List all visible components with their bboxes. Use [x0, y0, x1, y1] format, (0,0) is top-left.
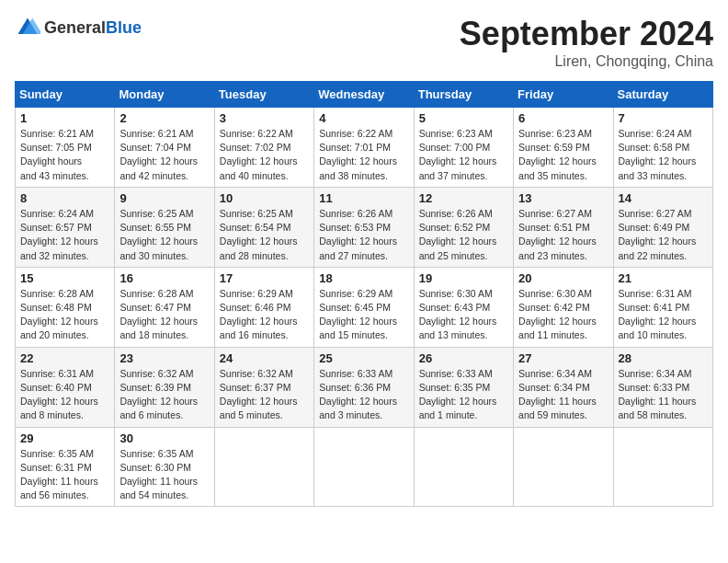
calendar-day-cell: 24Sunrise: 6:32 AMSunset: 6:37 PMDayligh…	[214, 347, 313, 427]
calendar-day-cell: 10Sunrise: 6:25 AMSunset: 6:54 PMDayligh…	[214, 187, 313, 267]
calendar-day-cell: 4Sunrise: 6:22 AMSunset: 7:01 PMDaylight…	[314, 108, 414, 188]
calendar-day-cell: 25Sunrise: 6:33 AMSunset: 6:36 PMDayligh…	[314, 347, 414, 427]
day-number: 14	[619, 191, 708, 205]
day-info: Sunrise: 6:28 AMSunset: 6:48 PMDaylight:…	[20, 287, 109, 343]
day-info: Sunrise: 6:29 AMSunset: 6:45 PMDaylight:…	[319, 287, 408, 343]
calendar-day-cell: 20Sunrise: 6:30 AMSunset: 6:42 PMDayligh…	[514, 267, 613, 347]
day-of-week-header: Monday	[115, 82, 214, 108]
calendar-day-cell: 2Sunrise: 6:21 AMSunset: 7:04 PMDaylight…	[115, 108, 214, 188]
day-info: Sunrise: 6:23 AMSunset: 7:00 PMDaylight:…	[419, 127, 508, 183]
calendar-day-cell: 12Sunrise: 6:26 AMSunset: 6:52 PMDayligh…	[414, 187, 513, 267]
day-number: 22	[20, 351, 109, 365]
calendar-day-cell: 22Sunrise: 6:31 AMSunset: 6:40 PMDayligh…	[16, 347, 115, 427]
calendar-day-cell: 17Sunrise: 6:29 AMSunset: 6:46 PMDayligh…	[214, 267, 313, 347]
calendar-day-cell: 7Sunrise: 6:24 AMSunset: 6:58 PMDaylight…	[613, 108, 712, 188]
day-info: Sunrise: 6:35 AMSunset: 6:30 PMDaylight:…	[119, 447, 209, 503]
day-info: Sunrise: 6:21 AMSunset: 7:05 PMDaylight …	[20, 127, 109, 183]
day-info: Sunrise: 6:21 AMSunset: 7:04 PMDaylight:…	[119, 127, 209, 183]
calendar-day-cell: 14Sunrise: 6:27 AMSunset: 6:49 PMDayligh…	[613, 187, 712, 267]
calendar-week-row: 8Sunrise: 6:24 AMSunset: 6:57 PMDaylight…	[16, 187, 713, 267]
day-info: Sunrise: 6:34 AMSunset: 6:34 PMDaylight:…	[518, 367, 608, 423]
day-info: Sunrise: 6:32 AMSunset: 6:37 PMDaylight:…	[220, 367, 309, 423]
day-info: Sunrise: 6:27 AMSunset: 6:51 PMDaylight:…	[518, 207, 608, 263]
day-info: Sunrise: 6:32 AMSunset: 6:39 PMDaylight:…	[119, 367, 209, 423]
calendar-day-cell: 9Sunrise: 6:25 AMSunset: 6:55 PMDaylight…	[115, 187, 214, 267]
calendar-day-cell: 21Sunrise: 6:31 AMSunset: 6:41 PMDayligh…	[613, 267, 712, 347]
day-number: 19	[419, 271, 508, 285]
calendar-day-cell: 1Sunrise: 6:21 AMSunset: 7:05 PMDaylight…	[16, 108, 115, 188]
day-info: Sunrise: 6:35 AMSunset: 6:31 PMDaylight:…	[20, 447, 109, 503]
calendar-day-cell: 3Sunrise: 6:22 AMSunset: 7:02 PMDaylight…	[214, 108, 313, 188]
day-number: 20	[518, 271, 608, 285]
calendar-header-row: SundayMondayTuesdayWednesdayThursdayFrid…	[16, 82, 713, 108]
calendar-day-cell: 16Sunrise: 6:28 AMSunset: 6:47 PMDayligh…	[115, 267, 214, 347]
location-title: Liren, Chongqing, China	[460, 53, 713, 70]
calendar-table: SundayMondayTuesdayWednesdayThursdayFrid…	[15, 81, 713, 507]
calendar-week-row: 22Sunrise: 6:31 AMSunset: 6:40 PMDayligh…	[16, 347, 713, 427]
day-info: Sunrise: 6:22 AMSunset: 7:01 PMDaylight:…	[319, 127, 408, 183]
day-number: 29	[20, 431, 109, 445]
day-info: Sunrise: 6:22 AMSunset: 7:02 PMDaylight:…	[220, 127, 309, 183]
calendar-day-cell	[414, 427, 513, 507]
calendar-week-row: 15Sunrise: 6:28 AMSunset: 6:48 PMDayligh…	[16, 267, 713, 347]
day-info: Sunrise: 6:24 AMSunset: 6:57 PMDaylight:…	[20, 207, 109, 263]
day-of-week-header: Sunday	[16, 82, 115, 108]
day-of-week-header: Friday	[514, 82, 613, 108]
day-info: Sunrise: 6:29 AMSunset: 6:46 PMDaylight:…	[220, 287, 309, 343]
day-number: 16	[119, 271, 209, 285]
day-number: 3	[220, 111, 309, 125]
logo-text: GeneralBlue	[44, 19, 142, 37]
day-number: 25	[319, 351, 408, 365]
calendar-day-cell: 6Sunrise: 6:23 AMSunset: 6:59 PMDaylight…	[514, 108, 613, 188]
day-number: 11	[319, 191, 408, 205]
day-number: 5	[419, 111, 508, 125]
day-of-week-header: Tuesday	[214, 82, 313, 108]
day-number: 18	[319, 271, 408, 285]
day-number: 7	[619, 111, 708, 125]
day-number: 23	[119, 351, 209, 365]
logo: GeneralBlue	[15, 15, 142, 40]
calendar-day-cell: 15Sunrise: 6:28 AMSunset: 6:48 PMDayligh…	[16, 267, 115, 347]
day-number: 13	[518, 191, 608, 205]
day-number: 1	[20, 111, 109, 125]
day-info: Sunrise: 6:33 AMSunset: 6:35 PMDaylight:…	[419, 367, 508, 423]
calendar-day-cell: 30Sunrise: 6:35 AMSunset: 6:30 PMDayligh…	[115, 427, 214, 507]
calendar-day-cell: 13Sunrise: 6:27 AMSunset: 6:51 PMDayligh…	[514, 187, 613, 267]
day-of-week-header: Thursday	[414, 82, 513, 108]
day-number: 21	[619, 271, 708, 285]
calendar-day-cell: 11Sunrise: 6:26 AMSunset: 6:53 PMDayligh…	[314, 187, 414, 267]
day-info: Sunrise: 6:31 AMSunset: 6:40 PMDaylight:…	[20, 367, 109, 423]
day-number: 9	[119, 191, 209, 205]
logo-icon	[15, 15, 40, 40]
calendar-day-cell: 18Sunrise: 6:29 AMSunset: 6:45 PMDayligh…	[314, 267, 414, 347]
calendar-week-row: 29Sunrise: 6:35 AMSunset: 6:31 PMDayligh…	[16, 427, 713, 507]
day-number: 4	[319, 111, 408, 125]
calendar-day-cell: 27Sunrise: 6:34 AMSunset: 6:34 PMDayligh…	[514, 347, 613, 427]
day-info: Sunrise: 6:26 AMSunset: 6:53 PMDaylight:…	[319, 207, 408, 263]
day-info: Sunrise: 6:30 AMSunset: 6:42 PMDaylight:…	[518, 287, 608, 343]
day-number: 8	[20, 191, 109, 205]
title-block: September 2024 Liren, Chongqing, China	[460, 15, 713, 70]
calendar-day-cell: 29Sunrise: 6:35 AMSunset: 6:31 PMDayligh…	[16, 427, 115, 507]
day-of-week-header: Wednesday	[314, 82, 414, 108]
day-info: Sunrise: 6:24 AMSunset: 6:58 PMDaylight:…	[619, 127, 708, 183]
day-info: Sunrise: 6:31 AMSunset: 6:41 PMDaylight:…	[619, 287, 708, 343]
day-number: 6	[518, 111, 608, 125]
day-number: 27	[518, 351, 608, 365]
calendar-day-cell: 19Sunrise: 6:30 AMSunset: 6:43 PMDayligh…	[414, 267, 513, 347]
day-number: 12	[419, 191, 508, 205]
calendar-day-cell: 5Sunrise: 6:23 AMSunset: 7:00 PMDaylight…	[414, 108, 513, 188]
day-info: Sunrise: 6:25 AMSunset: 6:55 PMDaylight:…	[119, 207, 209, 263]
day-number: 30	[119, 431, 209, 445]
calendar-day-cell: 28Sunrise: 6:34 AMSunset: 6:33 PMDayligh…	[613, 347, 712, 427]
day-info: Sunrise: 6:33 AMSunset: 6:36 PMDaylight:…	[319, 367, 408, 423]
day-info: Sunrise: 6:28 AMSunset: 6:47 PMDaylight:…	[119, 287, 209, 343]
day-info: Sunrise: 6:25 AMSunset: 6:54 PMDaylight:…	[220, 207, 309, 263]
day-info: Sunrise: 6:23 AMSunset: 6:59 PMDaylight:…	[518, 127, 608, 183]
day-number: 17	[220, 271, 309, 285]
calendar-day-cell: 26Sunrise: 6:33 AMSunset: 6:35 PMDayligh…	[414, 347, 513, 427]
calendar-day-cell: 8Sunrise: 6:24 AMSunset: 6:57 PMDaylight…	[16, 187, 115, 267]
calendar-day-cell	[314, 427, 414, 507]
day-number: 26	[419, 351, 508, 365]
day-info: Sunrise: 6:30 AMSunset: 6:43 PMDaylight:…	[419, 287, 508, 343]
